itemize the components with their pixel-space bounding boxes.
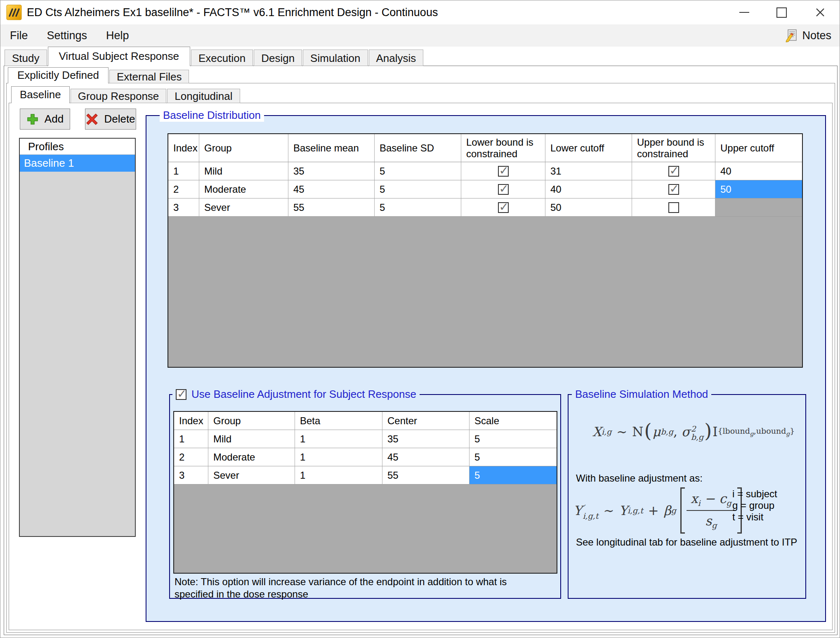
checkbox[interactable] xyxy=(668,202,679,213)
table-row: 3 Sever 1 55 5 xyxy=(174,466,557,484)
cell-group[interactable]: Mild xyxy=(199,162,288,180)
tab-execution[interactable]: Execution xyxy=(191,50,253,66)
tab-explicitly-defined[interactable]: Explicitly Defined xyxy=(8,67,109,83)
checkbox[interactable] xyxy=(498,202,509,213)
menu-file[interactable]: File xyxy=(0,24,38,47)
baseline-adjustment-label: Use Baseline Adjustment for Subject Resp… xyxy=(191,388,416,401)
col-group: Group xyxy=(199,134,288,162)
close-icon xyxy=(815,7,826,18)
baseline-distribution-formula: Xi,g ∼ N ( μb,g , σ 2b,g ) I{lboundg,ubo… xyxy=(592,422,795,441)
cell-lower-constrained xyxy=(461,162,545,180)
table-row: 3 Sever 55 5 50 xyxy=(168,198,802,217)
cell-upper-cutoff[interactable]: 40 xyxy=(715,162,802,180)
cell-lower-cutoff[interactable]: 40 xyxy=(545,180,632,198)
legend-visit: t = visit xyxy=(732,511,777,523)
maximize-button[interactable] xyxy=(769,0,794,24)
add-button[interactable]: Add xyxy=(20,109,70,130)
source-tabstrip: Explicitly Defined External Files xyxy=(8,67,190,83)
checkbox[interactable] xyxy=(498,184,509,195)
cell-mean[interactable]: 35 xyxy=(288,162,375,180)
cell-beta[interactable]: 1 xyxy=(295,466,382,484)
cell-sd[interactable]: 5 xyxy=(375,198,461,217)
tab-longitudinal[interactable]: Longitudinal xyxy=(167,89,240,103)
profiles-item-baseline1[interactable]: Baseline 1 xyxy=(20,155,135,172)
delete-label: Delete xyxy=(104,113,135,125)
tab-analysis[interactable]: Analysis xyxy=(369,50,424,66)
notes-icon xyxy=(784,28,799,43)
cell-beta[interactable]: 1 xyxy=(295,430,382,448)
baseline-simulation-title: Baseline Simulation Method xyxy=(572,388,711,401)
cell-lower-cutoff[interactable]: 50 xyxy=(545,198,632,217)
menu-settings[interactable]: Settings xyxy=(38,24,97,47)
application-window: ED Cts Alzheimers Ex1 baselilne* - FACTS… xyxy=(0,0,840,638)
tab-study[interactable]: Study xyxy=(5,50,47,66)
menu-help[interactable]: Help xyxy=(97,24,139,47)
cell-upper-cutoff-disabled xyxy=(715,198,802,217)
plus-icon xyxy=(26,113,39,125)
delete-button[interactable]: Delete xyxy=(85,109,136,130)
cell-sd[interactable]: 5 xyxy=(375,180,461,198)
cell-mean[interactable]: 55 xyxy=(288,198,375,217)
notes-button[interactable]: Notes xyxy=(784,24,831,47)
tab-baseline[interactable]: Baseline xyxy=(11,86,70,103)
cell-lower-cutoff[interactable]: 31 xyxy=(545,162,632,180)
cell-index: 2 xyxy=(168,180,199,198)
cell-sd[interactable]: 5 xyxy=(375,162,461,180)
cell-group[interactable]: Sever xyxy=(199,198,288,217)
cell-upper-constrained xyxy=(632,162,715,180)
cell-group[interactable]: Sever xyxy=(208,466,295,484)
col-upper-cutoff: Upper cutoff xyxy=(715,134,802,162)
tab-simulation[interactable]: Simulation xyxy=(303,50,368,66)
cell-center[interactable]: 55 xyxy=(382,466,470,484)
tab-external-files[interactable]: External Files xyxy=(109,70,189,83)
col-beta: Beta xyxy=(295,412,382,430)
cell-group[interactable]: Moderate xyxy=(199,180,288,198)
col-lower-constrained: Lower bound is constrained xyxy=(461,134,545,162)
section-tabstrip: Baseline Group Response Longitudinal xyxy=(11,86,241,103)
baseline-adjustment-formula: Y ′i,g,t ∼ Yi,g,t + βg xi − cg sg xyxy=(573,487,742,534)
cell-group[interactable]: Moderate xyxy=(208,448,295,466)
title-bar: ED Cts Alzheimers Ex1 baselilne* - FACTS… xyxy=(0,0,840,24)
longitudinal-note: See longitudinal tab for baseline adjust… xyxy=(576,536,797,548)
cell-center[interactable]: 45 xyxy=(382,448,470,466)
tab-group-response[interactable]: Group Response xyxy=(71,89,167,103)
minimize-button[interactable] xyxy=(731,0,757,24)
baseline-distribution-grid: Index Group Baseline mean Baseline SD Lo… xyxy=(168,133,803,368)
cell-beta[interactable]: 1 xyxy=(295,448,382,466)
col-index: Index xyxy=(168,134,199,162)
add-label: Add xyxy=(45,113,64,125)
left-bracket xyxy=(680,487,685,534)
main-tabstrip: Study Virtual Subject Response Execution… xyxy=(5,47,424,66)
cell-group[interactable]: Mild xyxy=(208,430,295,448)
col-upper-constrained: Upper bound is constrained xyxy=(632,134,715,162)
baseline-adjustment-grid: Index Group Beta Center Scale 1 Mild 1 3… xyxy=(173,411,557,574)
checkbox[interactable] xyxy=(668,184,679,195)
legend-group: g = group xyxy=(732,500,777,511)
cell-scale[interactable]: 5 xyxy=(470,448,557,466)
baseline-adjustment-title: Use Baseline Adjustment for Subject Resp… xyxy=(172,388,420,401)
col-baseline-sd: Baseline SD xyxy=(375,134,461,162)
menu-bar: File Settings Help Notes xyxy=(0,24,840,47)
grid-header-row: Index Group Beta Center Scale xyxy=(174,412,557,430)
cell-index: 3 xyxy=(174,466,208,484)
checkbox[interactable] xyxy=(498,166,509,177)
table-row: 2 Moderate 45 5 40 50 xyxy=(168,180,802,198)
tab-virtual-subject-response[interactable]: Virtual Subject Response xyxy=(48,47,190,66)
tab-design[interactable]: Design xyxy=(254,50,302,66)
profiles-header: Profiles xyxy=(20,139,135,155)
profiles-list: Profiles Baseline 1 xyxy=(19,138,136,537)
close-button[interactable] xyxy=(807,0,833,24)
cell-scale-selected[interactable]: 5 xyxy=(470,466,557,484)
table-row: 1 Mild 35 5 31 40 xyxy=(168,162,802,180)
cell-upper-cutoff-selected[interactable]: 50 xyxy=(715,180,802,198)
checkbox[interactable] xyxy=(668,166,679,177)
cell-upper-constrained xyxy=(632,198,715,217)
formula-legend: i = subject g = group t = visit xyxy=(732,488,777,523)
cell-mean[interactable]: 45 xyxy=(288,180,375,198)
cell-center[interactable]: 35 xyxy=(382,430,470,448)
baseline-distribution-groupbox: Baseline Distribution Index Group Baseli… xyxy=(146,115,826,622)
cell-scale[interactable]: 5 xyxy=(470,430,557,448)
col-baseline-mean: Baseline mean xyxy=(288,134,375,162)
col-scale: Scale xyxy=(470,412,557,430)
use-baseline-adjustment-checkbox[interactable] xyxy=(176,389,186,400)
